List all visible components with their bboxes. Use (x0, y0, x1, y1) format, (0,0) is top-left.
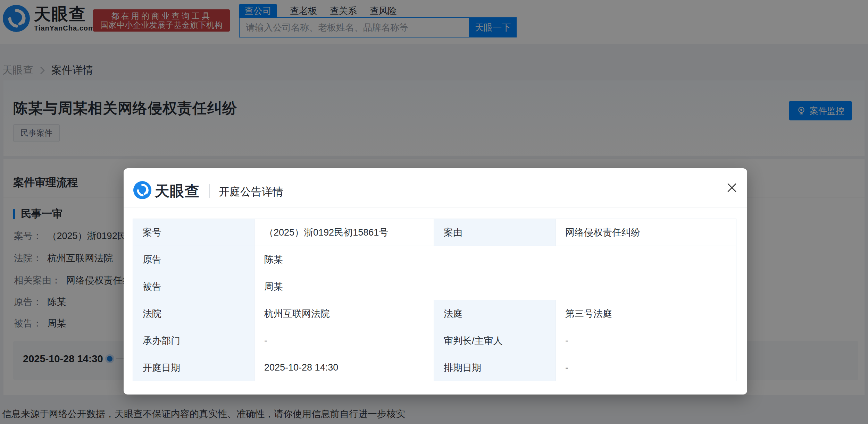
cell-label: 排期日期 (434, 354, 556, 381)
hearing-detail-table: 案号 （2025）浙0192民初15861号 案由 网络侵权责任纠纷 原告 陈某… (133, 219, 736, 381)
page: 天眼查 TianYanCha.com 都在用的商业查询工具 国家中小企业发展子基… (0, 0, 868, 424)
cell-value: - (556, 354, 736, 381)
cell-value: 陈某 (254, 246, 736, 273)
cell-label: 承办部门 (133, 327, 254, 354)
cell-label: 被告 (133, 273, 254, 300)
table-row: 法院 杭州互联网法院 法庭 第三号法庭 (133, 300, 736, 327)
cell-value: 第三号法庭 (556, 300, 736, 327)
modal-title: 开庭公告详情 (219, 185, 283, 199)
cell-value: 网络侵权责任纠纷 (556, 219, 736, 246)
close-icon (726, 181, 738, 194)
cell-label: 案由 (434, 219, 556, 246)
cell-label: 案号 (133, 219, 254, 246)
table-row: 开庭日期 2025-10-28 14:30 排期日期 - (133, 354, 736, 381)
cell-value: 2025-10-28 14:30 (254, 354, 434, 381)
modal-close-button[interactable] (726, 181, 738, 194)
modal-brand-divider (209, 184, 210, 198)
table-row: 原告 陈某 (133, 246, 736, 273)
cell-label: 法院 (133, 300, 254, 327)
cell-label: 开庭日期 (133, 354, 254, 381)
cell-label: 审判长/主审人 (434, 327, 556, 354)
cell-value: 杭州互联网法院 (254, 300, 434, 327)
cell-value: （2025）浙0192民初15861号 (254, 219, 434, 246)
modal-brand: 天眼查 (155, 181, 200, 201)
cell-label: 法庭 (434, 300, 556, 327)
cell-label: 原告 (133, 246, 254, 273)
hearing-detail-modal: 天眼查 开庭公告详情 案号 （2025）浙0192民初15861号 案由 网络侵… (124, 168, 747, 395)
cell-value: - (254, 327, 434, 354)
table-row: 被告 周某 (133, 273, 736, 300)
modal-header-divider (124, 207, 747, 207)
cell-value: 周某 (254, 273, 736, 300)
tianyancha-logo-icon (133, 181, 151, 199)
cell-value: - (556, 327, 736, 354)
table-row: 案号 （2025）浙0192民初15861号 案由 网络侵权责任纠纷 (133, 219, 736, 246)
table-row: 承办部门 - 审判长/主审人 - (133, 327, 736, 354)
